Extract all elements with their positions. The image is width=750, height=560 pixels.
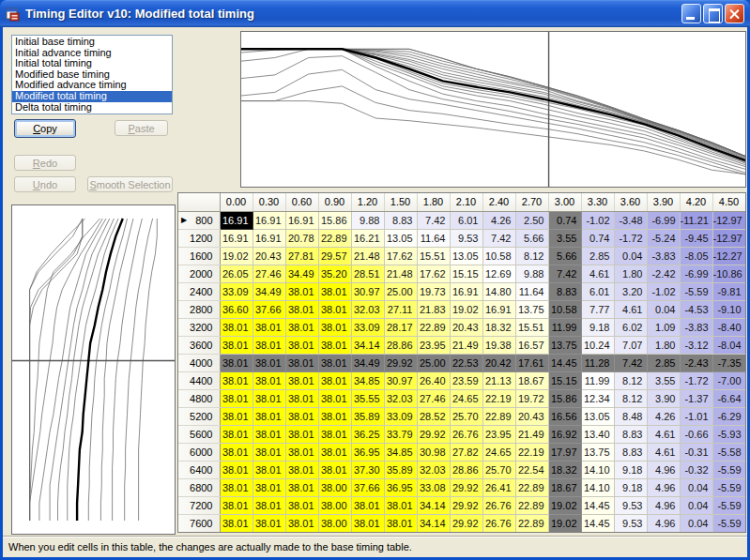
copy-button[interactable]: Copy xyxy=(14,119,76,138)
grid-cell[interactable]: 6.01 xyxy=(450,211,482,229)
grid-cell[interactable]: 17.97 xyxy=(548,443,581,461)
grid-cell[interactable]: 9.53 xyxy=(614,496,647,514)
grid-cell[interactable]: 33.09 xyxy=(384,407,417,425)
grid-cell[interactable]: 35.55 xyxy=(351,389,384,407)
row-header[interactable]: ▶800 xyxy=(178,211,220,229)
grid-cell[interactable]: 38.01 xyxy=(253,514,285,532)
grid-cell[interactable]: 4.96 xyxy=(647,461,680,478)
grid-cell[interactable]: 5.66 xyxy=(548,247,581,265)
grid-cell[interactable]: 29.92 xyxy=(450,514,482,532)
col-header[interactable]: 0.60 xyxy=(285,193,318,211)
grid-cell[interactable]: 22.89 xyxy=(515,514,548,532)
grid-cell[interactable]: 21.48 xyxy=(351,247,384,265)
row-header[interactable]: 2400 xyxy=(178,282,220,300)
grid-cell[interactable]: 33.08 xyxy=(417,478,450,496)
grid-cell[interactable]: 34.14 xyxy=(351,336,384,354)
grid-cell[interactable]: 25.00 xyxy=(384,282,417,300)
grid-cell[interactable]: 22.53 xyxy=(450,354,482,371)
list-item[interactable]: Modified total timing xyxy=(12,91,172,102)
grid-cell[interactable]: -1.02 xyxy=(581,211,614,229)
grid-cell[interactable]: 20.43 xyxy=(253,247,285,265)
grid-cell[interactable]: 21.49 xyxy=(515,425,548,443)
grid-cell[interactable]: 29.92 xyxy=(450,478,482,496)
grid-cell[interactable]: 22.89 xyxy=(515,478,548,496)
grid-cell[interactable]: 13.05 xyxy=(450,247,482,265)
grid-cell[interactable]: 38.01 xyxy=(318,371,351,389)
grid-cell[interactable]: 30.97 xyxy=(384,371,417,389)
grid-cell[interactable]: 38.00 xyxy=(318,514,351,532)
grid-cell[interactable]: -3.83 xyxy=(680,318,712,336)
grid-cell[interactable]: 26.05 xyxy=(220,265,253,282)
grid-cell[interactable]: 8.12 xyxy=(515,247,548,265)
row-header[interactable]: 7200 xyxy=(178,496,220,514)
grid-cell[interactable]: 38.01 xyxy=(351,496,384,514)
grid-cell[interactable]: -1.72 xyxy=(680,371,712,389)
grid-cell[interactable]: 35.89 xyxy=(351,407,384,425)
grid-cell[interactable]: 34.49 xyxy=(285,265,318,282)
grid-cell[interactable]: -9.81 xyxy=(712,282,745,300)
grid-cell[interactable]: 14.80 xyxy=(482,282,515,300)
grid-cell[interactable]: 22.19 xyxy=(515,443,548,461)
grid-cell[interactable]: 6.01 xyxy=(581,282,614,300)
grid-cell[interactable]: 38.01 xyxy=(253,407,285,425)
grid-cell[interactable]: 38.01 xyxy=(384,514,417,532)
grid-cell[interactable]: -6.29 xyxy=(712,407,745,425)
grid-cell[interactable]: 35.89 xyxy=(384,461,417,478)
grid-cell[interactable]: 17.61 xyxy=(515,354,548,371)
col-header[interactable]: 2.10 xyxy=(450,193,482,211)
grid-cell[interactable]: 15.51 xyxy=(515,318,548,336)
grid-cell[interactable]: 30.97 xyxy=(351,282,384,300)
grid-cell[interactable]: 2.85 xyxy=(581,247,614,265)
row-header[interactable]: 5200 xyxy=(178,407,220,425)
col-header[interactable]: 2.40 xyxy=(482,193,515,211)
col-header[interactable]: 4.20 xyxy=(680,193,712,211)
grid-cell[interactable]: 33.79 xyxy=(384,425,417,443)
grid-cell[interactable]: -5.59 xyxy=(680,282,712,300)
grid-cell[interactable]: 18.32 xyxy=(548,461,581,478)
grid-cell[interactable]: 38.00 xyxy=(318,496,351,514)
grid-cell[interactable]: 16.56 xyxy=(548,407,581,425)
grid-cell[interactable]: 34.14 xyxy=(417,514,450,532)
grid-cell[interactable]: 38.01 xyxy=(253,478,285,496)
grid-cell[interactable]: 24.65 xyxy=(450,389,482,407)
grid-cell[interactable]: 37.30 xyxy=(351,461,384,478)
grid-cell[interactable]: 38.01 xyxy=(220,389,253,407)
grid-cell[interactable]: 38.01 xyxy=(220,336,253,354)
grid-cell[interactable]: 0.74 xyxy=(548,211,581,229)
grid-cell[interactable]: 19.02 xyxy=(450,300,482,318)
row-header[interactable]: 4800 xyxy=(178,389,220,407)
grid-cell[interactable]: 9.53 xyxy=(614,514,647,532)
grid-cell[interactable]: 4.26 xyxy=(482,211,515,229)
grid-cell[interactable]: 16.91 xyxy=(450,282,482,300)
grid-cell[interactable]: 7.07 xyxy=(614,336,647,354)
row-header[interactable]: 6800 xyxy=(178,478,220,496)
col-header[interactable]: 3.30 xyxy=(581,193,614,211)
grid-cell[interactable]: 38.01 xyxy=(253,425,285,443)
grid-cell[interactable]: -2.42 xyxy=(647,265,680,282)
grid-cell[interactable]: -5.59 xyxy=(712,478,745,496)
grid-cell[interactable]: -5.24 xyxy=(647,229,680,247)
grid-cell[interactable]: 7.42 xyxy=(482,229,515,247)
grid-cell[interactable]: 29.57 xyxy=(318,247,351,265)
grid-cell[interactable]: 38.01 xyxy=(285,300,318,318)
grid-cell[interactable]: 10.58 xyxy=(548,300,581,318)
grid-cell[interactable]: -3.12 xyxy=(680,336,712,354)
grid-cell[interactable]: 38.01 xyxy=(285,282,318,300)
grid-cell[interactable]: 14.45 xyxy=(548,354,581,371)
grid-cell[interactable]: 22.89 xyxy=(417,318,450,336)
grid-cell[interactable]: -0.31 xyxy=(680,443,712,461)
grid-cell[interactable]: 38.01 xyxy=(318,443,351,461)
grid-cell[interactable]: 38.01 xyxy=(285,371,318,389)
smooth-selection-button[interactable]: Smooth Selection xyxy=(87,176,173,192)
grid-cell[interactable]: 0.04 xyxy=(680,496,712,514)
grid-cell[interactable]: 16.57 xyxy=(515,336,548,354)
grid-cell[interactable]: 16.92 xyxy=(548,425,581,443)
grid-cell[interactable]: 27.82 xyxy=(450,443,482,461)
grid-cell[interactable]: 38.01 xyxy=(285,336,318,354)
grid-cell[interactable]: 0.04 xyxy=(680,514,712,532)
row-header[interactable]: 4400 xyxy=(178,371,220,389)
col-header[interactable]: 0.30 xyxy=(253,193,285,211)
grid-cell[interactable]: 22.89 xyxy=(318,229,351,247)
grid-cell[interactable]: 27.46 xyxy=(417,389,450,407)
grid-cell[interactable]: -6.99 xyxy=(680,265,712,282)
